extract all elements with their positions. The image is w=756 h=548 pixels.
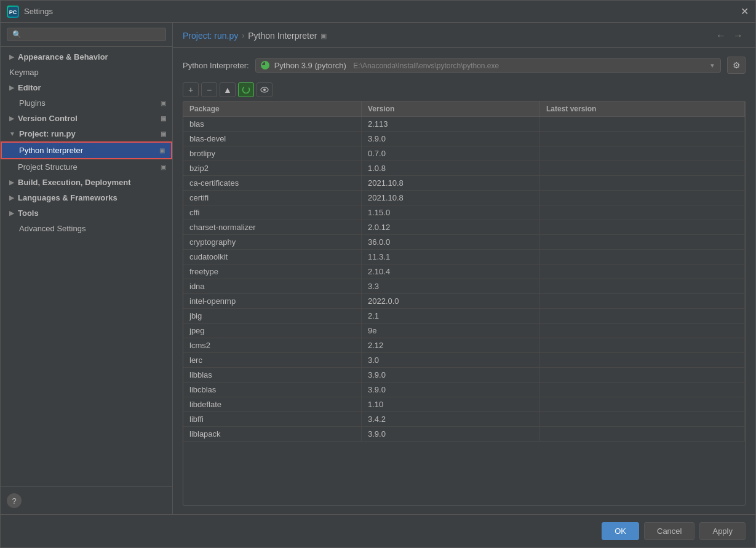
panel-body: Python Interpreter: Python 3.9 (pytorch)… [173, 48, 755, 514]
tab-icon: ▣ [161, 130, 166, 137]
add-package-button[interactable]: + [183, 82, 199, 97]
sidebar-item-tools[interactable]: ▶ Tools [1, 205, 172, 221]
table-row[interactable]: brotlipy0.7.0 [183, 146, 745, 161]
package-name-cell: lcms2 [183, 338, 362, 352]
version-cell: 1.10 [362, 397, 540, 411]
table-row[interactable]: blas-devel3.9.0 [183, 132, 745, 146]
table-row[interactable]: charset-normalizer2.0.12 [183, 220, 745, 235]
tab-icon: ▣ [159, 147, 165, 154]
sidebar-item-project[interactable]: ▼ Project: run.py ▣ [1, 126, 172, 141]
version-cell: 3.4.2 [362, 412, 540, 426]
latest-version-cell [540, 353, 745, 367]
apply-button[interactable]: Apply [699, 522, 746, 540]
package-name-cell: cffi [183, 205, 362, 220]
table-row[interactable]: cudatoolkit11.3.1 [183, 250, 745, 264]
table-row[interactable]: libcblas3.9.0 [183, 383, 745, 397]
table-row[interactable]: intel-openmp2022.0.0 [183, 294, 745, 309]
refresh-button[interactable] [238, 82, 254, 97]
table-row[interactable]: ca-certificates2021.10.8 [183, 176, 745, 191]
chevron-down-icon: ▼ [9, 130, 15, 137]
latest-version-cell [540, 117, 745, 131]
package-name-cell: cryptography [183, 235, 362, 249]
latest-version-cell [540, 309, 745, 323]
table-row[interactable]: cffi1.15.0 [183, 205, 745, 220]
back-button[interactable]: ← [714, 29, 728, 42]
nav-arrows: ← → [714, 29, 746, 42]
package-name-cell: bzip2 [183, 161, 362, 175]
version-cell: 11.3.1 [362, 250, 540, 264]
table-row[interactable]: lerc3.0 [183, 353, 745, 368]
forward-button[interactable]: → [731, 29, 746, 42]
table-row[interactable]: bzip21.0.8 [183, 161, 745, 176]
sidebar-item-project-structure[interactable]: Project Structure ▣ [1, 159, 172, 175]
table-row[interactable]: libblas3.9.0 [183, 368, 745, 383]
table-row[interactable]: lcms22.12 [183, 338, 745, 353]
chevron-right-icon: ▶ [9, 210, 14, 216]
table-row[interactable]: idna3.3 [183, 279, 745, 294]
sidebar-item-python-interpreter[interactable]: Python Interpreter ▣ [1, 141, 172, 159]
version-cell: 2021.10.8 [362, 176, 540, 190]
version-cell: 3.9.0 [362, 368, 540, 382]
svg-point-2 [243, 87, 250, 93]
up-button[interactable]: ▲ [220, 82, 236, 97]
sidebar-item-version-control[interactable]: ▶ Version Control ▣ [1, 111, 172, 126]
sidebar-item-appearance[interactable]: ▶ Appearance & Behavior [1, 49, 172, 65]
table-row[interactable]: libffi3.4.2 [183, 412, 745, 427]
version-cell: 2.0.12 [362, 220, 540, 234]
table-row[interactable]: cryptography36.0.0 [183, 235, 745, 250]
breadcrumb-project[interactable]: Project: run.py [183, 31, 238, 41]
package-name-cell: ca-certificates [183, 176, 362, 190]
table-row[interactable]: certifi2021.10.8 [183, 191, 745, 205]
latest-version-cell [540, 191, 745, 205]
ok-button[interactable]: OK [602, 522, 639, 540]
chevron-right-icon: ▶ [9, 194, 14, 201]
tab-icon: ▣ [161, 100, 166, 106]
eye-button[interactable] [257, 82, 273, 97]
version-cell: 2.113 [362, 117, 540, 131]
latest-version-cell [540, 324, 745, 338]
sidebar-item-advanced[interactable]: Advanced Settings [1, 221, 172, 236]
package-name-cell: liblapack [183, 427, 362, 441]
sidebar-item-build[interactable]: ▶ Build, Execution, Deployment [1, 175, 172, 190]
table-row[interactable]: freetype2.10.4 [183, 264, 745, 279]
package-name-cell: blas [183, 117, 362, 131]
interpreter-select[interactable]: Python 3.9 (pytorch) E:\Anaconda\Install… [255, 58, 721, 73]
sidebar-item-languages[interactable]: ▶ Languages & Frameworks [1, 190, 172, 205]
svg-point-4 [263, 89, 266, 91]
table-row[interactable]: jpeg9e [183, 324, 745, 338]
settings-dialog: PC Settings ✕ ▶ Appearance & Behavior Ke… [0, 0, 756, 548]
version-cell: 36.0.0 [362, 235, 540, 249]
interpreter-settings-button[interactable]: ⚙ [727, 57, 746, 74]
table-row[interactable]: liblapack3.9.0 [183, 427, 745, 442]
package-name-cell: certifi [183, 191, 362, 205]
sidebar-item-plugins[interactable]: Plugins ▣ [1, 95, 172, 111]
latest-version-cell [540, 264, 745, 279]
remove-package-button[interactable]: − [201, 82, 217, 97]
table-body[interactable]: blas2.113blas-devel3.9.0brotlipy0.7.0bzi… [183, 117, 745, 505]
package-name-cell: idna [183, 279, 362, 293]
package-name-cell: brotlipy [183, 146, 362, 161]
search-box [1, 23, 172, 47]
package-name-cell: cudatoolkit [183, 250, 362, 264]
interpreter-row: Python Interpreter: Python 3.9 (pytorch)… [183, 57, 746, 74]
package-name-cell: lerc [183, 353, 362, 367]
sidebar-bottom: ? [1, 486, 172, 514]
cancel-button[interactable]: Cancel [644, 522, 694, 540]
latest-version-cell [540, 412, 745, 426]
version-cell: 3.9.0 [362, 427, 540, 441]
table-row[interactable]: jbig2.1 [183, 309, 745, 324]
version-cell: 3.3 [362, 279, 540, 293]
package-name-cell: jbig [183, 309, 362, 323]
search-input[interactable] [7, 28, 166, 41]
table-row[interactable]: libdeflate1.10 [183, 397, 745, 412]
close-button[interactable]: ✕ [739, 7, 749, 17]
help-button[interactable]: ? [7, 493, 22, 508]
tab-icon: ▣ [161, 115, 166, 122]
panel-header: Project: run.py › Python Interpreter ▣ ←… [173, 23, 755, 48]
sidebar-item-editor[interactable]: ▶ Editor [1, 80, 172, 95]
latest-version-cell [540, 220, 745, 234]
table-row[interactable]: blas2.113 [183, 117, 745, 132]
sidebar-item-keymap[interactable]: Keymap [1, 65, 172, 80]
latest-version-cell [540, 132, 745, 146]
main-panel: Project: run.py › Python Interpreter ▣ ←… [173, 23, 755, 514]
